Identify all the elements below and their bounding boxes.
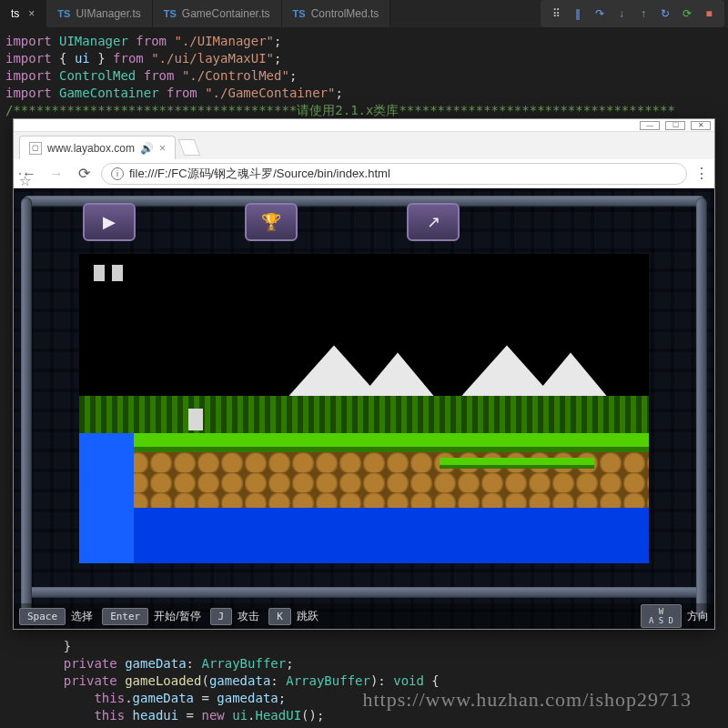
game-viewport: ▶ 🏆 ↗ Space [14,188,714,629]
browser-tab[interactable]: ▢ www.layabox.com 🔊 × [19,136,176,159]
keyhint: J 攻击 [210,608,260,625]
menu-icon[interactable]: ⋮ [694,165,709,182]
code-editor-bottom[interactable]: } private gameData: ArrayBuffer; private… [0,634,728,728]
tab-label: ControlMed.ts [311,7,379,20]
pipe-decor [21,197,32,620]
address-bar[interactable]: i file:///F:/FC源码/钢之魂斗罗/Source/bin/index… [101,163,687,185]
window-titlebar: — ☐ ✕ [14,119,714,132]
browser-window: — ☐ ✕ ▢ www.layabox.com 🔊 × ← → ⟳ i file… [13,118,715,630]
life-icon [112,265,123,281]
lives-indicator [94,265,123,281]
life-icon [94,265,105,281]
keyhint-label: 跳跃 [297,609,318,624]
step-over-icon[interactable]: ↷ [592,5,608,22]
keyhint-label: 攻击 [238,609,259,624]
reload-button[interactable]: ⟳ [74,164,94,184]
pipe-decor [696,197,707,620]
platform [440,458,594,469]
sky-layer [79,254,649,396]
editor-tab[interactable]: TS GameContainer.ts [153,0,282,27]
key-j: J [210,608,233,625]
restart-icon[interactable]: ⟳ [679,5,695,22]
water-layer [79,508,649,563]
game-playfield[interactable] [79,254,649,563]
browser-tabstrip: ▢ www.layabox.com 🔊 × [14,132,714,159]
sound-icon[interactable]: 🔊 [140,142,154,155]
continue-icon[interactable]: ↻ [657,5,673,22]
mountain-icon [361,352,434,396]
new-tab-button[interactable] [178,139,201,156]
typescript-icon: TS [57,8,70,19]
keyhint-label: 选择 [71,609,93,624]
step-into-icon[interactable]: ↓ [613,5,630,22]
close-icon[interactable]: × [28,7,35,20]
editor-tab[interactable]: ts × [0,0,46,27]
keyhint-label: 开始/暂停 [154,609,200,624]
tab-label: GameContainer.ts [182,7,270,20]
close-icon[interactable]: × [159,142,166,155]
hud-buttons: ▶ 🏆 ↗ [83,203,645,247]
grass-layer [79,433,649,451]
key-enter: Enter [102,608,148,625]
hud-share-button[interactable]: ↗ [407,203,460,241]
key-hints-bar: Space 选择 Enter 开始/暂停 J 攻击 K 跳跃 WA S D 方向 [14,603,714,629]
debug-toolbar: ⠿ ‖ ↷ ↓ ↑ ↻ ⟳ ■ [541,0,724,27]
player-sprite [188,409,203,430]
browser-tab-title: www.layabox.com [47,142,135,155]
drag-handle-icon[interactable]: ⠿ [548,5,564,22]
keyhint-label: 方向 [687,609,709,624]
mountain-icon [288,345,379,396]
tab-label: ts [11,7,19,20]
step-out-icon[interactable]: ↑ [635,5,652,22]
waterfall [79,433,134,563]
maximize-button[interactable]: ☐ [665,121,685,130]
mountain-icon [534,352,607,396]
minimize-button[interactable]: — [640,121,660,130]
hud-rank-button[interactable]: 🏆 [245,203,298,241]
favicon-icon: ▢ [29,142,42,155]
keyhint: Enter 开始/暂停 [102,608,200,625]
mountain-icon [461,345,552,396]
pipe-decor [23,587,705,598]
keyhint: K 跳跃 [268,608,318,625]
keyhint: WA S D 方向 [641,604,709,628]
url-text: file:///F:/FC源码/钢之魂斗罗/Source/bin/index.h… [129,166,390,182]
key-wasd: WA S D [641,604,682,628]
jungle-layer [79,396,649,433]
bookmark-icon[interactable]: ☆ [19,173,21,175]
key-space: Space [19,608,66,625]
key-k: K [268,608,291,625]
hud-play-button[interactable]: ▶ [83,203,136,241]
site-info-icon[interactable]: i [111,167,124,180]
code-editor-top[interactable]: import UIManager from "./UIManager"; imp… [0,27,728,125]
close-button[interactable]: ✕ [691,121,711,130]
forward-button[interactable]: → [46,164,66,184]
stop-icon[interactable]: ■ [701,5,717,22]
typescript-icon: TS [164,8,177,19]
keyhint: Space 选择 [19,608,93,625]
typescript-icon: TS [293,8,306,19]
editor-tab[interactable]: TS UIManager.ts [46,0,152,27]
tab-label: UIManager.ts [76,7,140,20]
address-bar-row: ← → ⟳ i file:///F:/FC源码/钢之魂斗罗/Source/bin… [14,159,714,188]
pause-icon[interactable]: ‖ [570,5,586,22]
editor-tab[interactable]: TS ControlMed.ts [282,0,391,27]
